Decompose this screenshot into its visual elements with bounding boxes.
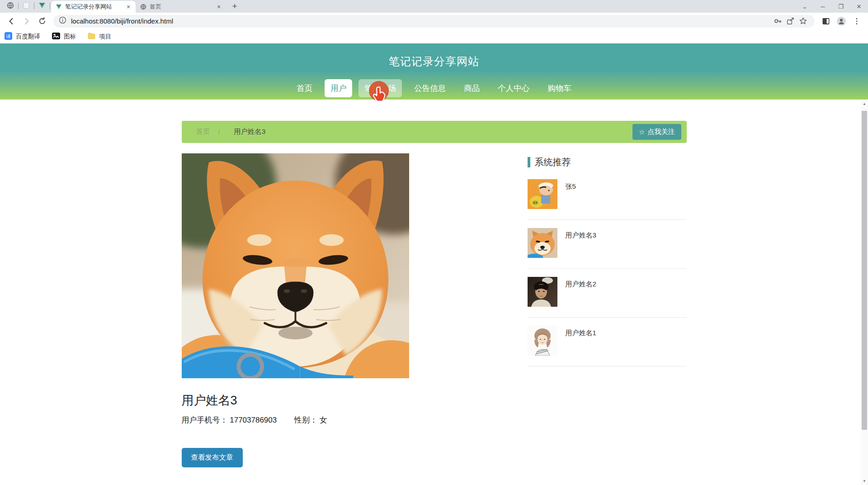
profile-section: 用户姓名3 用户手机号： 17703786903 性别： 女 查看发布文章 [182, 153, 528, 467]
site-header: 笔记记录分享网站 首页 用户 笔记广场 公告信息 商品 个人中心 购物车 [0, 43, 868, 100]
forward-button[interactable] [20, 14, 33, 28]
new-tab-button[interactable]: + [229, 0, 241, 12]
recommend-user-item[interactable]: 用户姓名2 [528, 269, 687, 318]
password-key-icon[interactable] [771, 15, 784, 28]
svg-text:译: 译 [6, 33, 11, 38]
recommend-title: 系统推荐 [535, 156, 571, 168]
side-panel-icon[interactable] [819, 14, 833, 28]
gender-label: 性别： [294, 416, 317, 424]
breadcrumb: 首页 / 用户姓名3 ☆ 点我关注 [182, 121, 687, 143]
recommend-user-item[interactable]: 张5 [528, 168, 687, 220]
recommend-sidebar: 系统推荐 张5 [528, 153, 687, 467]
bookmark-label: 项目 [99, 33, 111, 41]
recommend-user-item[interactable]: 用户姓名1 [528, 318, 687, 366]
bookmark-label: 百度翻译 [16, 33, 40, 41]
pinned-tab-vue[interactable] [35, 1, 49, 12]
recommend-user-item[interactable]: 用户姓名3 [528, 220, 687, 269]
vue-logo-icon [38, 2, 46, 11]
toolbar-right [818, 14, 864, 28]
tab-separator [50, 3, 50, 9]
window-controls: ⌄ ─ ❐ ✕ [796, 0, 868, 13]
main-nav: 首页 用户 笔记广场 公告信息 商品 个人中心 购物车 [0, 79, 868, 97]
profile-photo-shiba [182, 153, 409, 378]
address-bar[interactable]: localhost:8080/biji/front/index.html [53, 15, 815, 28]
bookmarks-bar: 译 百度翻译 图标 项目 [0, 29, 868, 43]
image-icon [52, 33, 60, 41]
browser-tab-home[interactable]: 首页 × [136, 1, 226, 13]
recommend-title-row: 系统推荐 [528, 153, 687, 168]
follow-me-button[interactable]: ☆ 点我关注 [632, 124, 681, 140]
omnibox-actions [771, 15, 809, 28]
page-scrollbar[interactable]: ▲ ▼ [861, 100, 868, 485]
breadcrumb-separator: / [218, 128, 220, 136]
content-container: 首页 / 用户姓名3 ☆ 点我关注 [182, 121, 687, 467]
tab-close-button[interactable]: × [215, 3, 222, 10]
kebab-menu-icon[interactable] [850, 14, 863, 28]
globe-favicon-icon [140, 4, 146, 10]
avatar-zhang5 [528, 179, 557, 209]
tab-title: 笔记记录分享网站 [65, 3, 125, 11]
profile-avatar-icon[interactable] [835, 14, 848, 28]
avatar-user2-man [528, 277, 557, 307]
browser-toolbar: localhost:8080/biji/front/index.html [0, 13, 868, 29]
breadcrumb-current: 用户姓名3 [234, 127, 266, 137]
vue-favicon-icon [56, 4, 62, 10]
nav-item-note-square[interactable]: 笔记广场 [359, 79, 402, 97]
bookmark-baidu-translate[interactable]: 译 百度翻译 [5, 32, 40, 41]
back-button[interactable] [5, 14, 18, 28]
browser-tab-active[interactable]: 笔记记录分享网站 × [51, 1, 136, 13]
scroll-up-arrow[interactable]: ▲ [861, 100, 868, 107]
nav-item-cart[interactable]: 购物车 [542, 79, 577, 97]
pinned-tab-globe[interactable] [4, 1, 17, 12]
globe-icon [7, 2, 14, 11]
window-restore-button[interactable]: ❐ [832, 0, 850, 13]
tab-separator [34, 3, 34, 9]
star-icon: ☆ [639, 128, 645, 136]
follow-button-label: 点我关注 [648, 128, 675, 136]
bookmark-icons[interactable]: 图标 [52, 33, 76, 41]
recommend-user-name[interactable]: 用户姓名3 [566, 231, 596, 258]
site-title: 笔记记录分享网站 [0, 43, 868, 69]
title-accent-bar [528, 157, 530, 167]
view-articles-button[interactable]: 查看发布文章 [182, 448, 243, 467]
tab-title: 首页 [150, 3, 215, 11]
scrollbar-thumb[interactable] [862, 111, 867, 430]
bookmark-star-icon[interactable] [797, 15, 809, 28]
nav-item-personal-center[interactable]: 个人中心 [492, 79, 535, 97]
recommend-user-name[interactable]: 张5 [566, 182, 576, 209]
recommend-user-name[interactable]: 用户姓名2 [566, 280, 596, 307]
bookmark-project-folder[interactable]: 项目 [88, 33, 111, 41]
nav-item-users[interactable]: 用户 [325, 79, 352, 97]
tab-separator [18, 3, 19, 9]
folder-icon [88, 33, 95, 41]
reload-button[interactable] [35, 14, 49, 28]
blank-page-icon [23, 2, 30, 11]
page-viewport: 笔记记录分享网站 首页 用户 笔记广场 公告信息 商品 个人中心 购物车 首页 … [0, 43, 868, 485]
gender-value: 女 [320, 416, 327, 424]
share-icon[interactable] [784, 15, 797, 28]
window-minimize-button[interactable]: ─ [814, 0, 832, 13]
breadcrumb-home-link[interactable]: 首页 [196, 127, 210, 137]
pinned-tabs [0, 0, 51, 13]
profile-meta: 用户手机号： 17703786903 性别： 女 [182, 415, 528, 425]
browser-tab-strip: 笔记记录分享网站 × 首页 × + ⌄ ─ ❐ ✕ [0, 0, 868, 13]
tab-search-chevron-icon[interactable]: ⌄ [796, 0, 814, 13]
phone-label: 用户手机号： [182, 416, 228, 424]
profile-name: 用户姓名3 [182, 392, 528, 409]
phone-value: 17703786903 [230, 416, 277, 424]
bookmark-label: 图标 [64, 33, 76, 41]
avatar-user3-shiba [528, 228, 557, 258]
pinned-tab-blank[interactable] [19, 1, 33, 12]
nav-item-announcements[interactable]: 公告信息 [408, 79, 452, 97]
avatar-user1-girl [528, 326, 557, 356]
recommend-user-name[interactable]: 用户姓名1 [566, 329, 596, 356]
scroll-down-arrow[interactable]: ▼ [861, 478, 868, 484]
nav-item-goods[interactable]: 商品 [458, 79, 486, 97]
page-info-icon[interactable] [59, 16, 66, 26]
nav-item-home[interactable]: 首页 [291, 79, 318, 97]
tab-close-button[interactable]: × [125, 3, 132, 10]
window-close-button[interactable]: ✕ [850, 0, 868, 13]
url-text[interactable]: localhost:8080/biji/front/index.html [71, 17, 173, 25]
translate-icon: 译 [5, 32, 12, 41]
